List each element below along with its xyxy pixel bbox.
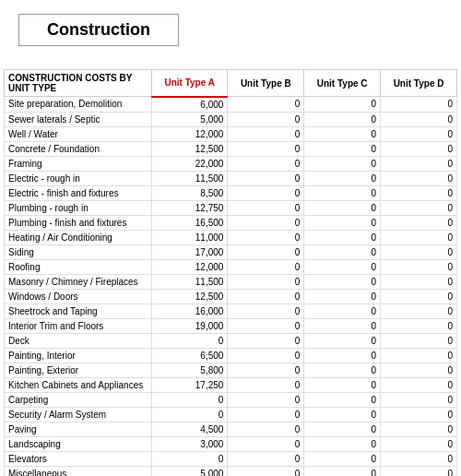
row-unit-c: 0 [304, 407, 381, 422]
row-unit-d: 0 [381, 407, 457, 422]
row-unit-a: 12,500 [152, 141, 228, 156]
row-unit-c: 0 [304, 348, 381, 363]
row-unit-b: 0 [228, 171, 304, 185]
table-row: Plumbing - rough in12,750000 [5, 200, 457, 215]
table-row: Sewer laterals / Septic5,000000 [5, 112, 457, 126]
table-row: Elevators0000 [5, 451, 457, 466]
row-unit-c: 0 [304, 171, 381, 185]
row-label: Electric - rough in [5, 171, 152, 185]
row-unit-b: 0 [228, 156, 304, 171]
row-unit-d: 0 [381, 112, 457, 126]
row-label: Concrete / Foundation [5, 141, 152, 156]
table-row: Painting, Exterior5,800000 [5, 363, 457, 377]
row-unit-b: 0 [228, 97, 304, 113]
row-label: Deck [5, 333, 152, 348]
row-unit-a: 11,000 [152, 230, 228, 244]
table-row: Concrete / Foundation12,500000 [5, 141, 457, 156]
row-unit-c: 0 [304, 141, 381, 156]
table-row: Electric - finish and fixtures8,500000 [5, 185, 457, 200]
row-label: Masonry / Chimney / Fireplaces [5, 274, 152, 289]
table-row: Framing22,000000 [5, 156, 457, 171]
row-unit-b: 0 [228, 244, 304, 259]
table-row: Landscaping3,000000 [5, 436, 457, 451]
table-row: Deck0000 [5, 333, 457, 348]
row-unit-a: 4,500 [152, 422, 228, 436]
row-unit-a: 0 [152, 451, 228, 466]
col-header-label: CONSTRUCTION COSTS BY UNIT TYPE [5, 70, 152, 97]
row-unit-b: 0 [228, 436, 304, 451]
row-label: Heating / Air Conditioning [5, 230, 152, 244]
row-unit-d: 0 [381, 274, 457, 289]
row-unit-a: 5,000 [152, 466, 228, 476]
row-unit-b: 0 [228, 318, 304, 333]
row-unit-a: 12,000 [152, 126, 228, 141]
table-row: Masonry / Chimney / Fireplaces11,500000 [5, 274, 457, 289]
row-unit-d: 0 [381, 363, 457, 377]
row-unit-c: 0 [304, 97, 381, 113]
title-box: Construction [18, 14, 179, 46]
table-row: Roofing12,000000 [5, 259, 457, 274]
row-unit-d: 0 [381, 97, 457, 113]
row-unit-b: 0 [228, 348, 304, 363]
row-unit-c: 0 [304, 333, 381, 348]
row-label: Siding [5, 244, 152, 259]
row-unit-a: 12,750 [152, 200, 228, 215]
row-unit-d: 0 [381, 171, 457, 185]
row-unit-d: 0 [381, 451, 457, 466]
row-unit-d: 0 [381, 333, 457, 348]
row-label: Well / Water [5, 126, 152, 141]
row-unit-b: 0 [228, 230, 304, 244]
col-header-unit-c: Unit Type C [304, 70, 381, 97]
table-row: Paving4,500000 [5, 422, 457, 436]
table-row: Windows / Doors12,500000 [5, 289, 457, 303]
row-label: Security / Alarm System [5, 407, 152, 422]
row-unit-b: 0 [228, 200, 304, 215]
row-unit-b: 0 [228, 126, 304, 141]
row-label: Paving [5, 422, 152, 436]
row-unit-d: 0 [381, 348, 457, 363]
row-unit-a: 3,000 [152, 436, 228, 451]
row-unit-c: 0 [304, 230, 381, 244]
row-unit-a: 19,000 [152, 318, 228, 333]
row-unit-c: 0 [304, 112, 381, 126]
row-unit-c: 0 [304, 274, 381, 289]
row-unit-c: 0 [304, 303, 381, 318]
row-label: Painting, Interior [5, 348, 152, 363]
row-unit-d: 0 [381, 141, 457, 156]
row-unit-a: 17,000 [152, 244, 228, 259]
row-label: Elevators [5, 451, 152, 466]
row-label: Kitchen Cabinets and Appliances [5, 377, 152, 392]
row-unit-a: 0 [152, 392, 228, 407]
construction-costs-table: CONSTRUCTION COSTS BY UNIT TYPE Unit Typ… [4, 69, 457, 476]
row-unit-c: 0 [304, 318, 381, 333]
table-row: Siding17,000000 [5, 244, 457, 259]
row-unit-b: 0 [228, 422, 304, 436]
row-unit-a: 6,500 [152, 348, 228, 363]
table-row: Kitchen Cabinets and Appliances17,250000 [5, 377, 457, 392]
col-header-unit-d: Unit Type D [381, 70, 457, 97]
table-row: Security / Alarm System0000 [5, 407, 457, 422]
row-unit-d: 0 [381, 244, 457, 259]
row-unit-a: 16,000 [152, 303, 228, 318]
row-unit-b: 0 [228, 466, 304, 476]
row-unit-a: 0 [152, 333, 228, 348]
row-unit-c: 0 [304, 451, 381, 466]
row-label: Sheetrock and Taping [5, 303, 152, 318]
row-unit-c: 0 [304, 377, 381, 392]
row-unit-c: 0 [304, 244, 381, 259]
row-unit-d: 0 [381, 289, 457, 303]
row-unit-c: 0 [304, 259, 381, 274]
row-unit-b: 0 [228, 259, 304, 274]
row-unit-c: 0 [304, 200, 381, 215]
table-row: Well / Water12,000000 [5, 126, 457, 141]
row-label: Sewer laterals / Septic [5, 112, 152, 126]
table-row: Interior Trim and Floors19,000000 [5, 318, 457, 333]
row-unit-c: 0 [304, 392, 381, 407]
row-unit-c: 0 [304, 466, 381, 476]
row-unit-b: 0 [228, 141, 304, 156]
row-label: Landscaping [5, 436, 152, 451]
row-unit-a: 11,500 [152, 274, 228, 289]
row-unit-d: 0 [381, 230, 457, 244]
row-unit-b: 0 [228, 451, 304, 466]
table-row: Electric - rough in11,500000 [5, 171, 457, 185]
